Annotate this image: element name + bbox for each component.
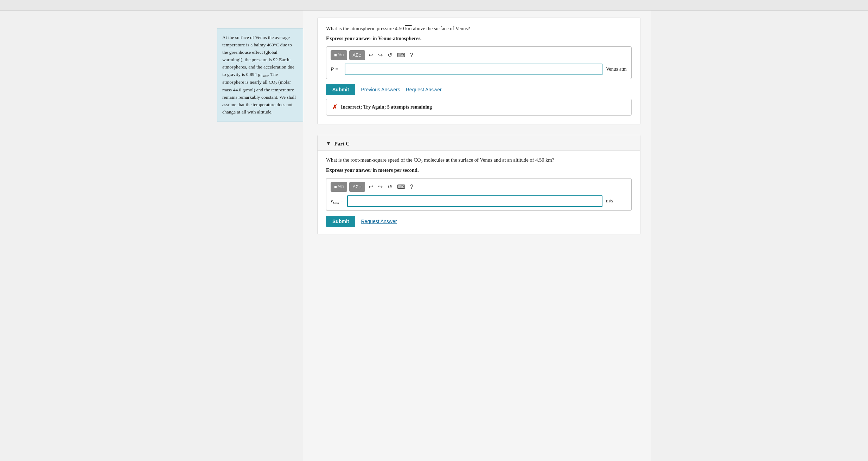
part-c-header: ▼ Part C <box>318 135 640 151</box>
part-c-symbol-label: ΑΣφ <box>353 184 362 189</box>
part-c-undo-btn[interactable]: ↩ <box>367 183 375 191</box>
part-b-answer-box: ■ ⁵√□ ΑΣφ ↩ ↪ ↺ ⌨ ? P = Venus atm <box>326 46 632 79</box>
part-c-submit-btn[interactable]: Submit <box>326 216 355 227</box>
part-b-input-row: P = Venus atm <box>331 64 627 75</box>
part-c-input-label: vrms = <box>331 198 344 204</box>
part-c-question: What is the root-mean-square speed of th… <box>326 156 632 164</box>
part-c-symbol-btn[interactable]: ΑΣφ <box>349 182 365 192</box>
part-b-section: What is the atmospheric pressure 4.50 km… <box>317 18 640 124</box>
part-b-undo-btn[interactable]: ↩ <box>367 51 375 59</box>
part-c-section: ▼ Part C What is the root-mean-square sp… <box>317 135 640 234</box>
part-b-submit-btn[interactable]: Submit <box>326 84 355 95</box>
part-b-redo-btn[interactable]: ↪ <box>377 51 384 59</box>
part-c-btn-row: Submit Request Answer <box>326 216 632 227</box>
part-c-keyboard-btn[interactable]: ⌨ <box>396 183 407 191</box>
part-b-toolbar: ■ ⁵√□ ΑΣφ ↩ ↪ ↺ ⌨ ? <box>331 50 627 60</box>
part-b-btn-row: Submit Previous Answers Request Answer <box>326 84 632 95</box>
part-c-express: Express your answer in meters per second… <box>326 167 632 173</box>
part-b-express: Express your answer in Venus-atmospheres… <box>326 35 632 41</box>
part-c-sqrt-btn[interactable]: ■ ⁵√□ <box>331 182 347 192</box>
part-b-error-message: Incorrect; Try Again; 5 attempts remaini… <box>341 104 432 110</box>
part-c-toolbar: ■ ⁵√□ ΑΣφ ↩ ↪ ↺ ⌨ ? <box>331 182 627 192</box>
part-c-refresh-btn[interactable]: ↺ <box>386 183 394 191</box>
main-content: What is the atmospheric pressure 4.50 km… <box>303 11 651 461</box>
part-c-sqrt-icon: ■ <box>334 184 337 189</box>
part-b-answer-input[interactable] <box>345 64 602 75</box>
part-b-help-btn[interactable]: ? <box>409 51 415 59</box>
sidebar: At the surface of Venus the average temp… <box>217 28 303 122</box>
part-c-answer-box: ■ ⁵√□ ΑΣφ ↩ ↪ ↺ ⌨ ? vrms = <box>326 178 632 211</box>
part-b-keyboard-btn[interactable]: ⌨ <box>396 51 407 59</box>
part-b-refresh-btn[interactable]: ↺ <box>386 51 394 59</box>
part-b-error-icon: ✗ <box>332 103 337 111</box>
part-c-answer-input[interactable] <box>347 195 602 207</box>
part-c-collapse-arrow[interactable]: ▼ <box>326 141 331 147</box>
sidebar-text: At the surface of Venus the average temp… <box>222 35 296 115</box>
part-c-help-btn[interactable]: ? <box>409 183 415 191</box>
part-b-request-answer-btn[interactable]: Request Answer <box>406 87 442 92</box>
part-b-question: What is the atmospheric pressure 4.50 km… <box>326 25 632 33</box>
part-c-input-row: vrms = m/s <box>331 195 627 207</box>
part-c-request-answer-btn[interactable]: Request Answer <box>361 219 397 224</box>
part-b-symbol-label: ΑΣφ <box>353 52 362 58</box>
part-b-error-box: ✗ Incorrect; Try Again; 5 attempts remai… <box>326 99 632 116</box>
part-b-previous-answers-btn[interactable]: Previous Answers <box>361 87 400 92</box>
part-b-symbol-btn[interactable]: ΑΣφ <box>349 50 365 60</box>
part-c-body: What is the root-mean-square speed of th… <box>318 156 640 227</box>
part-b-unit: Venus atm <box>606 66 627 72</box>
part-c-unit: m/s <box>606 198 627 204</box>
part-b-sqrt-icon: ■ <box>334 52 337 58</box>
part-c-redo-btn[interactable]: ↪ <box>377 183 384 191</box>
part-b-input-label: P = <box>331 66 341 72</box>
part-c-label: Part C <box>334 141 350 147</box>
part-b-sqrt-label: ⁵√□ <box>338 53 344 57</box>
part-b-sqrt-btn[interactable]: ■ ⁵√□ <box>331 50 347 60</box>
part-c-sqrt-label: ⁵√□ <box>338 184 344 189</box>
top-bar <box>0 0 868 11</box>
